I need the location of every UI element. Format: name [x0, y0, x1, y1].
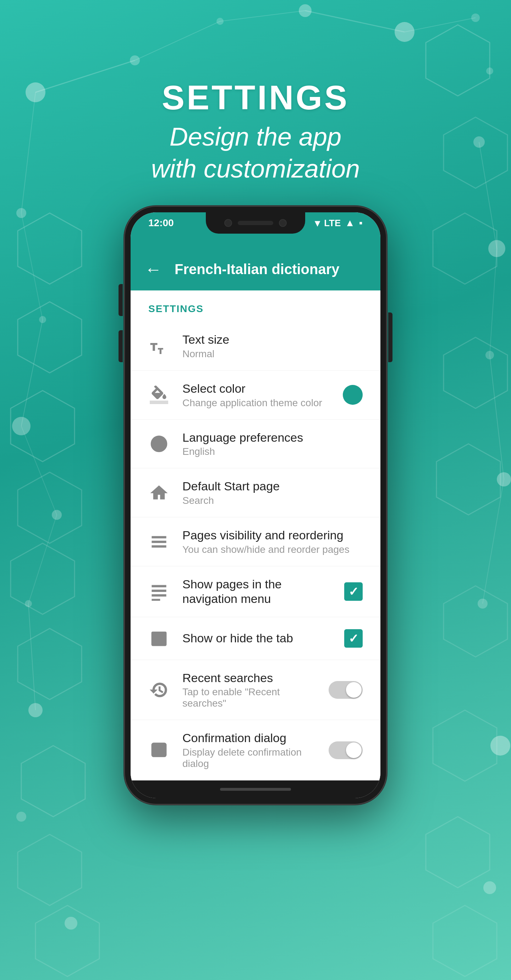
hero-subtitle: Design the app with customization — [151, 121, 360, 185]
svg-rect-64 — [152, 546, 166, 547]
globe-icon — [148, 433, 170, 455]
svg-point-20 — [490, 736, 510, 756]
svg-line-33 — [479, 142, 497, 248]
svg-line-29 — [21, 320, 43, 426]
confirmation-dialog-title: Confirmation dialog — [182, 731, 316, 745]
confirmation-dialog-control[interactable] — [328, 741, 363, 759]
svg-marker-37 — [18, 213, 82, 284]
svg-rect-66 — [152, 590, 166, 591]
svg-marker-54 — [433, 905, 497, 977]
select-color-title: Select color — [182, 381, 330, 396]
svg-marker-41 — [11, 543, 75, 614]
svg-marker-45 — [35, 905, 99, 977]
phone-bottom-bar — [130, 780, 381, 798]
show-pages-nav-title: Show pages in the navigation menu — [182, 577, 332, 606]
show-hide-tab-item[interactable]: Show or hide the tab — [130, 617, 381, 660]
text-size-item[interactable]: T T Text size Normal — [130, 322, 381, 371]
svg-point-21 — [483, 881, 496, 894]
svg-marker-42 — [18, 628, 82, 700]
home-indicator — [220, 788, 291, 791]
show-pages-nav-checkbox[interactable] — [344, 582, 363, 601]
svg-rect-67 — [152, 594, 166, 596]
color-dot-control[interactable] — [343, 385, 363, 405]
show-pages-nav-control[interactable] — [344, 582, 363, 601]
svg-marker-43 — [21, 746, 85, 817]
svg-point-6 — [486, 67, 493, 75]
svg-text:T: T — [151, 341, 157, 353]
recent-searches-item[interactable]: Recent searches Tap to enable "Recent se… — [130, 660, 381, 721]
svg-line-35 — [490, 355, 504, 479]
phone-outer: 12:00 ▾ LTE ▲ ▪ ← French-Italian diction… — [124, 206, 387, 805]
battery-icon: ▪ — [359, 217, 363, 229]
text-size-text: Text size Normal — [182, 332, 363, 360]
svg-point-19 — [478, 599, 487, 609]
recent-searches-text: Recent searches Tap to enable "Recent se… — [182, 671, 316, 710]
svg-line-34 — [490, 248, 497, 355]
svg-rect-63 — [152, 541, 166, 542]
svg-marker-53 — [426, 817, 490, 888]
menu-lines-icon — [148, 581, 170, 602]
svg-marker-48 — [433, 213, 497, 284]
svg-marker-49 — [444, 337, 508, 408]
svg-marker-46 — [426, 25, 490, 96]
time-display: 12:00 — [148, 217, 174, 229]
back-button[interactable]: ← — [145, 259, 162, 279]
confirmation-dialog-toggle[interactable] — [328, 741, 363, 759]
color-dot[interactable] — [343, 385, 363, 405]
settings-content: SETTINGS T T Text size Normal — [130, 290, 381, 780]
svg-point-18 — [497, 472, 511, 487]
status-bar: 12:00 ▾ LTE ▲ ▪ — [130, 212, 381, 234]
svg-rect-69 — [152, 632, 166, 645]
confirmation-dialog-item[interactable]: ? Confirmation dialog Display delete con… — [130, 720, 381, 780]
show-pages-nav-text: Show pages in the navigation menu — [182, 577, 332, 606]
pages-visibility-title: Pages visibility and reordering — [182, 528, 363, 542]
svg-line-27 — [21, 92, 35, 213]
svg-point-13 — [16, 812, 26, 822]
text-size-title: Text size — [182, 332, 363, 347]
svg-point-4 — [395, 22, 414, 42]
recent-searches-subtitle: Tap to enable "Recent searches" — [182, 686, 316, 709]
recent-searches-title: Recent searches — [182, 671, 316, 685]
language-title: Language preferences — [182, 430, 363, 445]
select-color-item[interactable]: Select color Change application theme co… — [130, 371, 381, 420]
svg-line-31 — [29, 515, 57, 604]
language-text: Language preferences English — [182, 430, 363, 458]
svg-marker-51 — [444, 586, 508, 657]
show-hide-tab-checkbox[interactable] — [344, 629, 363, 648]
svg-point-5 — [471, 13, 480, 22]
svg-line-22 — [35, 60, 135, 92]
svg-rect-68 — [152, 599, 160, 600]
default-start-subtitle: Search — [182, 495, 363, 506]
status-icons: ▾ LTE ▲ ▪ — [315, 217, 363, 229]
svg-line-36 — [482, 479, 504, 604]
recent-searches-toggle[interactable] — [328, 681, 363, 699]
svg-point-8 — [39, 316, 46, 323]
svg-point-7 — [16, 208, 26, 218]
svg-marker-52 — [433, 710, 497, 781]
svg-text:T: T — [158, 347, 163, 355]
phone-mockup: 12:00 ▾ LTE ▲ ▪ ← French-Italian diction… — [124, 206, 387, 805]
svg-marker-50 — [436, 444, 500, 515]
default-start-title: Default Start page — [182, 479, 363, 493]
dialog-icon: ? — [148, 740, 170, 761]
default-start-page-item[interactable]: Default Start page Search — [130, 468, 381, 517]
notch-area: 12:00 ▾ LTE ▲ ▪ — [130, 212, 381, 248]
language-preferences-item[interactable]: Language preferences English — [130, 420, 381, 469]
pages-visibility-item[interactable]: Pages visibility and reordering You can … — [130, 517, 381, 566]
svg-line-26 — [405, 18, 476, 32]
settings-section-label: SETTINGS — [130, 290, 381, 322]
pages-visibility-subtitle: You can show/hide and reorder pages — [182, 544, 363, 555]
paint-bucket-icon — [148, 384, 170, 406]
confirmation-dialog-subtitle: Display delete confirmation dialog — [182, 747, 316, 770]
svg-point-9 — [12, 417, 30, 435]
show-hide-tab-control[interactable] — [344, 629, 363, 648]
recent-searches-control[interactable] — [328, 681, 363, 699]
svg-point-15 — [473, 136, 485, 148]
home-icon — [148, 482, 170, 503]
select-color-subtitle: Change application theme color — [182, 397, 330, 409]
default-start-text: Default Start page Search — [182, 479, 363, 506]
svg-rect-62 — [152, 536, 166, 538]
show-pages-nav-item[interactable]: Show pages in the navigation menu — [130, 566, 381, 617]
signal-icon: ▲ — [345, 217, 355, 229]
select-color-text: Select color Change application theme co… — [182, 381, 330, 409]
